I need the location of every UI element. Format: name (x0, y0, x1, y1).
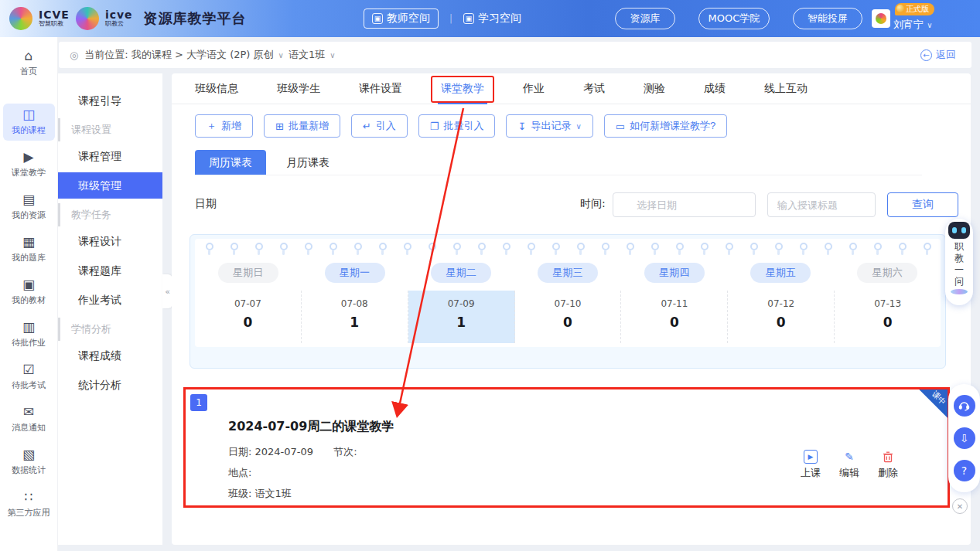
import-label: 引入 (376, 119, 396, 133)
tab-3[interactable]: 课堂教学 (441, 73, 484, 104)
lesson-card[interactable]: 1 2024-07-09周二的课堂教学 日期: 2024-07-09 节次: 地… (186, 389, 948, 505)
download-button[interactable]: ⇩ (954, 427, 975, 449)
how-to-add-button[interactable]: ▭ 如何新增课堂教学? (604, 114, 728, 138)
month-view-tab[interactable]: 月历课表 (272, 150, 343, 175)
mooc-college-button[interactable]: MOOC学院 (698, 8, 770, 29)
rail-item-8[interactable]: ✉消息通知 (3, 401, 55, 438)
tab-4[interactable]: 作业 (523, 73, 545, 104)
weekday-5[interactable]: 星期五 (750, 263, 811, 283)
customer-service-button[interactable] (954, 395, 975, 417)
logo1-small: 智慧职教 (39, 21, 70, 27)
rail-item-7[interactable]: ☑待批考试 (3, 359, 55, 396)
help-button[interactable]: ? (954, 460, 975, 481)
weekday-3[interactable]: 星期三 (538, 263, 598, 283)
breadcrumb-class[interactable]: 语文1班 (289, 48, 325, 62)
class-chevron-icon[interactable]: ∨ (330, 51, 335, 60)
edit-button[interactable]: ✎ 编辑 (839, 450, 859, 480)
rail-item-3[interactable]: ▤我的资源 (3, 189, 55, 226)
import-button[interactable]: ↵ 引入 (351, 114, 408, 138)
day-count-5: 0 (728, 315, 834, 330)
day-cell-1[interactable]: 07-081 (302, 291, 408, 343)
weekday-6[interactable]: 星期六 (857, 263, 917, 283)
assistant-label: 职教一问 (954, 241, 964, 287)
submenu-item-2[interactable]: 课程管理 (58, 143, 162, 169)
day-cell-5[interactable]: 07-120 (728, 291, 835, 343)
rail-item-0[interactable]: ⌂首页 (3, 45, 55, 82)
rail-item-10[interactable]: ∷第三方应用 (3, 486, 55, 523)
ai-assistant-widget[interactable]: 职教一问 (945, 219, 973, 305)
submenu-item-7[interactable]: 作业考试 (58, 287, 162, 313)
edit-label: 编辑 (839, 466, 859, 480)
week-view-tab[interactable]: 周历课表 (195, 150, 266, 175)
submenu-item-5[interactable]: 课程设计 (58, 228, 162, 254)
rail-icon-4: ▦ (22, 236, 35, 249)
rail-item-2[interactable]: ▶课堂教学 (3, 146, 55, 183)
query-button[interactable]: 查询 (887, 192, 958, 217)
back-button[interactable]: ← 返回 (920, 48, 956, 62)
submenu-item-3[interactable]: 班级管理 (58, 172, 162, 199)
rail-item-5[interactable]: ▣我的教材 (3, 274, 55, 311)
import-icon: ↵ (363, 121, 371, 132)
tab-6[interactable]: 测验 (644, 73, 665, 104)
lesson-title: 2024-07-09周二的课堂教学 (228, 419, 394, 435)
binding-loop (404, 243, 410, 254)
submenu-item-9[interactable]: 课程成绩 (58, 342, 162, 369)
rail-item-9[interactable]: ▧数据统计 (3, 444, 55, 481)
add-button[interactable]: ＋ 新增 (195, 114, 253, 138)
day-count-2: 1 (408, 315, 514, 330)
batch-import-button[interactable]: ❐ 批量引入 (418, 114, 496, 138)
back-label: 返回 (936, 48, 956, 62)
breadcrumb-prefix: 当前位置: (84, 48, 128, 62)
day-cell-6[interactable]: 07-130 (835, 291, 941, 343)
course-chevron-icon[interactable]: ∨ (278, 51, 284, 60)
rail-item-1[interactable]: ◫我的课程 (3, 104, 55, 141)
tab-8[interactable]: 线上互动 (764, 73, 808, 104)
day-cell-2[interactable]: 07-091 (408, 291, 515, 343)
rail-icon-8: ✉ (23, 406, 34, 419)
weekday-4[interactable]: 星期四 (644, 263, 705, 283)
location-pin-icon: ◎ (70, 49, 78, 61)
start-class-button[interactable]: ▶ 上课 (801, 450, 821, 480)
weekday-1[interactable]: 星期一 (325, 263, 385, 283)
binding-loop (874, 243, 880, 254)
date-picker-input[interactable] (613, 192, 756, 217)
submenu-item-0[interactable]: 课程引导 (58, 87, 162, 114)
day-cell-3[interactable]: 07-100 (515, 291, 622, 343)
rail-label-5: 我的教材 (12, 294, 46, 306)
export-records-button[interactable]: ↧ 导出记录 ∨ (506, 114, 592, 138)
rail-label-2: 课堂教学 (12, 167, 46, 179)
tab-2[interactable]: 课件设置 (359, 73, 402, 104)
user-menu[interactable]: 刘宵宁 ∨ (893, 18, 932, 32)
day-date-6: 07-13 (835, 298, 941, 309)
app-shortcut-icon[interactable] (872, 9, 890, 28)
delete-button[interactable]: 删除 (878, 450, 898, 480)
lesson-title-input[interactable] (767, 192, 876, 217)
tab-1[interactable]: 班级学生 (277, 73, 320, 104)
smart-cast-button[interactable]: 智能投屏 (793, 8, 862, 29)
start-class-label: 上课 (801, 466, 821, 480)
tab-5[interactable]: 考试 (583, 73, 605, 104)
rail-icon-9: ▧ (22, 448, 35, 461)
tab-0[interactable]: 班级信息 (195, 73, 238, 104)
resource-library-button[interactable]: 资源库 (615, 8, 675, 29)
day-cell-4[interactable]: 07-110 (621, 291, 728, 343)
rail-item-4[interactable]: ▦我的题库 (3, 231, 55, 268)
day-cell-0[interactable]: 07-070 (195, 291, 302, 343)
tab-7[interactable]: 成绩 (704, 73, 726, 104)
teacher-space-button[interactable]: ▣ 教师空间 (364, 9, 439, 29)
weekday-0[interactable]: 星期日 (218, 263, 278, 283)
submenu-item-10[interactable]: 统计分析 (58, 372, 162, 398)
version-badge: 正式版 (895, 3, 934, 15)
batch-add-button[interactable]: ⊞ 批量新增 (264, 114, 340, 138)
weekday-2[interactable]: 星期二 (431, 263, 491, 283)
binding-loop (280, 243, 286, 254)
breadcrumb-path[interactable]: 我的课程 > 大学语文 (2P) 原创 (131, 48, 274, 62)
learning-space-link[interactable]: ▣ 学习空间 (463, 12, 521, 26)
rail-icon-0: ⌂ (25, 49, 33, 63)
submenu-item-6[interactable]: 课程题库 (58, 257, 162, 284)
learning-space-label: 学习空间 (478, 12, 521, 26)
edit-icon: ✎ (845, 450, 854, 464)
lesson-class-line: 班级: 语文1班 (228, 487, 292, 501)
rail-item-6[interactable]: ▥待批作业 (3, 316, 55, 353)
close-floating-button[interactable]: ✕ (952, 498, 968, 514)
